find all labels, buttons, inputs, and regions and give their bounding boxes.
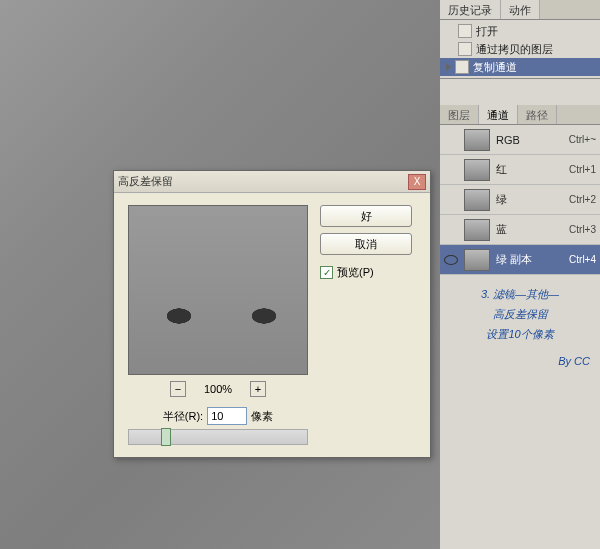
channel-shortcut: Ctrl+3 bbox=[569, 224, 596, 235]
channel-row[interactable]: RGB Ctrl+~ bbox=[440, 125, 600, 155]
dialog-titlebar[interactable]: 高反差保留 X bbox=[114, 171, 430, 193]
radius-label: 半径(R): bbox=[163, 409, 203, 424]
anno-line: 3. 滤镜—其他— bbox=[446, 285, 594, 305]
doc-icon bbox=[458, 24, 472, 38]
zoom-level: 100% bbox=[204, 383, 232, 395]
tab-channels[interactable]: 通道 bbox=[479, 105, 518, 124]
preview-column: − 100% + 半径(R): 像素 bbox=[128, 205, 308, 445]
channel-row[interactable]: 红 Ctrl+1 bbox=[440, 155, 600, 185]
tab-history[interactable]: 历史记录 bbox=[440, 0, 501, 19]
channel-row[interactable]: 蓝 Ctrl+3 bbox=[440, 215, 600, 245]
slider-knob[interactable] bbox=[161, 428, 171, 446]
preview-checkbox[interactable]: ✓ bbox=[320, 266, 333, 279]
channel-thumb bbox=[464, 219, 490, 241]
channel-thumb bbox=[464, 159, 490, 181]
anno-line: 设置10个像素 bbox=[446, 325, 594, 345]
channel-row[interactable]: 绿 副本 Ctrl+4 bbox=[440, 245, 600, 275]
dialog-title: 高反差保留 bbox=[118, 174, 408, 189]
history-label: 通过拷贝的图层 bbox=[476, 42, 553, 57]
tab-actions[interactable]: 动作 bbox=[501, 0, 540, 19]
radius-unit: 像素 bbox=[251, 409, 273, 424]
history-item[interactable]: 通过拷贝的图层 bbox=[440, 40, 600, 58]
history-item[interactable]: 打开 bbox=[440, 22, 600, 40]
visibility-icon[interactable] bbox=[444, 253, 458, 267]
channel-name: 绿 bbox=[496, 192, 563, 207]
visibility-icon[interactable] bbox=[444, 223, 458, 237]
history-item[interactable]: 复制通道 bbox=[440, 58, 600, 76]
channel-name: RGB bbox=[496, 134, 563, 146]
channel-shortcut: Ctrl+2 bbox=[569, 194, 596, 205]
doc-icon bbox=[455, 60, 469, 74]
preview-image[interactable] bbox=[128, 205, 308, 375]
radius-row: 半径(R): 像素 bbox=[128, 407, 308, 425]
channel-name: 绿 副本 bbox=[496, 252, 563, 267]
dialog-body: − 100% + 半径(R): 像素 好 取消 ✓ 预览(P) bbox=[114, 193, 430, 457]
visibility-icon[interactable] bbox=[444, 163, 458, 177]
visibility-icon[interactable] bbox=[444, 193, 458, 207]
zoom-controls: − 100% + bbox=[128, 381, 308, 397]
channel-row[interactable]: 绿 Ctrl+2 bbox=[440, 185, 600, 215]
zoom-out-button[interactable]: − bbox=[170, 381, 186, 397]
channel-shortcut: Ctrl+4 bbox=[569, 254, 596, 265]
channel-shortcut: Ctrl+1 bbox=[569, 164, 596, 175]
anno-byline: By CC bbox=[446, 352, 594, 372]
radius-input[interactable] bbox=[207, 407, 247, 425]
ok-button[interactable]: 好 bbox=[320, 205, 412, 227]
channel-thumb bbox=[464, 189, 490, 211]
channel-thumb bbox=[464, 249, 490, 271]
annotation-text: 3. 滤镜—其他— 高反差保留 设置10个像素 By CC bbox=[440, 275, 600, 382]
history-tabs: 历史记录 动作 bbox=[440, 0, 600, 20]
radius-slider[interactable] bbox=[128, 429, 308, 445]
button-column: 好 取消 ✓ 预览(P) bbox=[320, 205, 412, 445]
channel-name: 蓝 bbox=[496, 222, 563, 237]
channel-shortcut: Ctrl+~ bbox=[569, 134, 596, 145]
channel-name: 红 bbox=[496, 162, 563, 177]
history-list: 打开 通过拷贝的图层 复制通道 bbox=[440, 20, 600, 79]
channel-tabs: 图层 通道 路径 bbox=[440, 105, 600, 125]
zoom-in-button[interactable]: + bbox=[250, 381, 266, 397]
right-panels: 历史记录 动作 打开 通过拷贝的图层 复制通道 图层 通道 路径 RGB Ctr… bbox=[440, 0, 600, 549]
tab-layers[interactable]: 图层 bbox=[440, 105, 479, 124]
history-label: 打开 bbox=[476, 24, 498, 39]
preview-checkbox-label: 预览(P) bbox=[337, 265, 374, 280]
visibility-icon[interactable] bbox=[444, 133, 458, 147]
close-button[interactable]: X bbox=[408, 174, 426, 190]
triangle-icon bbox=[446, 63, 451, 71]
high-pass-dialog: 高反差保留 X − 100% + 半径(R): 像素 好 取消 ✓ bbox=[113, 170, 431, 458]
channel-list: RGB Ctrl+~ 红 Ctrl+1 绿 Ctrl+2 蓝 Ctrl+3 绿 … bbox=[440, 125, 600, 275]
anno-line: 高反差保留 bbox=[446, 305, 594, 325]
channel-thumb bbox=[464, 129, 490, 151]
cancel-button[interactable]: 取消 bbox=[320, 233, 412, 255]
preview-checkbox-row: ✓ 预览(P) bbox=[320, 265, 412, 280]
history-label: 复制通道 bbox=[473, 60, 517, 75]
doc-icon bbox=[458, 42, 472, 56]
tab-paths[interactable]: 路径 bbox=[518, 105, 557, 124]
